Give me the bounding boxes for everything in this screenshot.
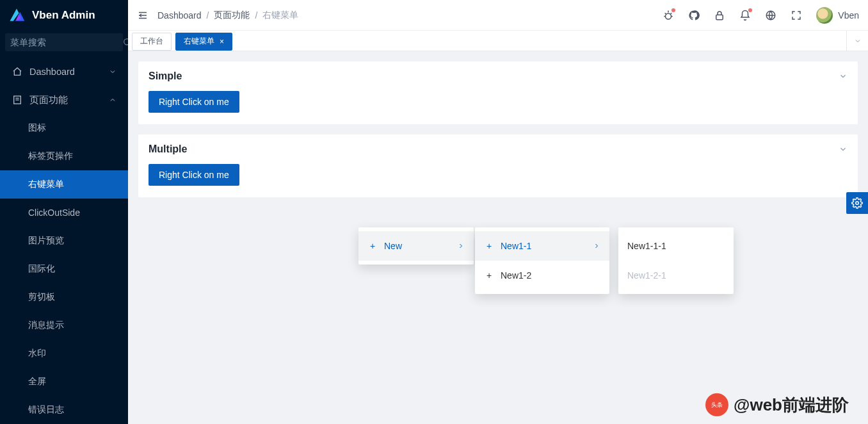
context-menu-level1: + New	[358, 227, 474, 265]
context-item-new1-1[interactable]: + New1-1	[475, 231, 609, 261]
sidebar-item-notify[interactable]: 消息提示	[0, 311, 128, 339]
bug-icon[interactable]	[663, 10, 674, 21]
right-click-button-multiple[interactable]: Right Click on me	[149, 164, 239, 186]
plus-icon: +	[367, 241, 378, 251]
svg-line-13	[665, 13, 666, 14]
sidebar-item-clipboard[interactable]: 剪切板	[0, 283, 128, 311]
tab-label: 右键菜单	[184, 36, 214, 47]
sidebar-item-fullscreen[interactable]: 全屏	[0, 368, 128, 396]
sidebar-menu: Dashboard 页面功能 图标 标签页操作 右键菜单 ClickOutSid…	[0, 55, 128, 424]
svg-rect-17	[716, 15, 723, 20]
topbar: Dashboard / 页面功能 / 右键菜单 Vben	[128, 0, 868, 31]
breadcrumb-current: 右键菜单	[262, 10, 298, 21]
chevron-up-icon	[109, 96, 117, 104]
tab-label: 工作台	[140, 36, 163, 47]
language-icon[interactable]	[765, 10, 776, 21]
chevron-down-icon	[109, 68, 117, 76]
card-title: Simple	[149, 70, 182, 82]
chevron-down-icon[interactable]	[839, 145, 848, 154]
sidebar-item-label: 图片预览	[28, 235, 64, 247]
right-click-button-simple[interactable]: Right Click on me	[149, 91, 239, 113]
logo-icon	[8, 6, 26, 24]
card-multiple: Multiple Right Click on me	[138, 135, 858, 197]
menu-search[interactable]	[5, 33, 123, 51]
sidebar-item-errorlog[interactable]: 错误日志	[0, 396, 128, 424]
plus-icon: +	[484, 241, 494, 251]
chevron-right-icon	[593, 242, 600, 250]
breadcrumb-sep: /	[255, 10, 257, 20]
svg-point-19	[856, 202, 859, 205]
github-icon[interactable]	[688, 10, 700, 21]
sidebar-item-i18n[interactable]: 国际化	[0, 255, 128, 283]
sidebar-item-label: 国际化	[28, 263, 55, 275]
sidebar-item-label: 页面功能	[29, 94, 68, 106]
sidebar-item-tabops[interactable]: 标签页操作	[0, 142, 128, 170]
bell-icon[interactable]	[739, 10, 751, 21]
sidebar-item-label: 剪切板	[28, 291, 55, 303]
tab-contextmenu[interactable]: 右键菜单 ×	[175, 33, 232, 51]
context-menu-level3: New1-1-1 New1-2-1	[618, 227, 734, 294]
context-item-label: New1-1-1	[627, 241, 666, 251]
main: Dashboard / 页面功能 / 右键菜单 Vben	[128, 0, 868, 424]
card-simple: Simple Right Click on me	[138, 61, 858, 124]
sidebar-item-features[interactable]: 页面功能	[0, 86, 128, 114]
menu-search-input[interactable]	[10, 37, 122, 47]
breadcrumb-item[interactable]: Dashboard	[157, 10, 202, 20]
context-item-label: New	[384, 241, 402, 251]
sidebar-item-contextmenu[interactable]: 右键菜单	[0, 170, 128, 199]
sidebar-item-imagepreview[interactable]: 图片预览	[0, 227, 128, 255]
sidebar-item-clickoutside[interactable]: ClickOutSide	[0, 199, 128, 227]
logo[interactable]: Vben Admin	[0, 0, 128, 31]
sidebar-item-icons[interactable]: 图标	[0, 114, 128, 142]
lock-icon[interactable]	[714, 10, 725, 21]
watermark: 头条 @web前端进阶	[705, 393, 849, 416]
avatar	[816, 7, 833, 24]
sidebar: Vben Admin Dashboard 页面功能 图标 标签页操作 右键菜单 …	[0, 0, 128, 424]
sidebar-item-label: 错误日志	[28, 404, 64, 416]
sidebar-item-label: 标签页操作	[28, 151, 73, 162]
sidebar-item-dashboard[interactable]: Dashboard	[0, 58, 128, 86]
settings-button[interactable]	[846, 192, 868, 214]
chevron-down-icon[interactable]	[839, 72, 848, 81]
context-item-label: New1-1	[501, 241, 531, 251]
user-name: Vben	[838, 10, 859, 20]
chevron-right-icon	[457, 242, 465, 250]
sidebar-item-label: 全屏	[28, 376, 46, 387]
app-name: Vben Admin	[32, 9, 95, 22]
plus-icon: +	[484, 270, 494, 281]
card-title: Multiple	[149, 143, 187, 155]
sidebar-item-label: ClickOutSide	[28, 208, 80, 218]
watermark-badge: 头条	[705, 393, 728, 416]
content: Simple Right Click on me Multiple Right …	[128, 51, 868, 424]
context-item-label: New1-2	[501, 270, 531, 281]
watermark-text: @web前端进阶	[734, 394, 849, 416]
close-icon[interactable]: ×	[220, 37, 224, 46]
notification-dot	[671, 8, 675, 12]
context-item-new1-2[interactable]: + New1-2	[475, 261, 609, 290]
page-icon	[12, 95, 23, 105]
sidebar-item-label: 水印	[28, 348, 46, 359]
sidebar-item-label: 消息提示	[28, 320, 64, 331]
fullscreen-icon[interactable]	[791, 10, 802, 21]
notification-dot	[748, 8, 752, 12]
context-item-new1-1-1[interactable]: New1-1-1	[618, 231, 734, 261]
context-menu-level2: + New1-1 + New1-2	[475, 227, 609, 294]
user-menu[interactable]: Vben	[816, 7, 859, 24]
tab-workspace[interactable]: 工作台	[132, 33, 172, 51]
sidebar-item-label: 右键菜单	[28, 179, 64, 190]
context-item-new1-2-1: New1-2-1	[618, 261, 734, 290]
breadcrumb: Dashboard / 页面功能 / 右键菜单	[157, 10, 298, 21]
tabs-dropdown[interactable]	[846, 31, 868, 51]
sidebar-item-watermark[interactable]: 水印	[0, 339, 128, 368]
sidebar-item-label: 图标	[28, 122, 46, 134]
tabs-bar: 工作台 右键菜单 ×	[128, 31, 868, 51]
context-item-new[interactable]: + New	[358, 231, 474, 261]
svg-line-14	[670, 13, 671, 14]
home-icon	[12, 67, 23, 77]
sidebar-toggle-icon[interactable]	[137, 10, 149, 21]
context-item-label: New1-2-1	[627, 270, 666, 281]
breadcrumb-item[interactable]: 页面功能	[214, 10, 250, 21]
breadcrumb-sep: /	[207, 10, 209, 20]
sidebar-item-label: Dashboard	[29, 67, 75, 77]
